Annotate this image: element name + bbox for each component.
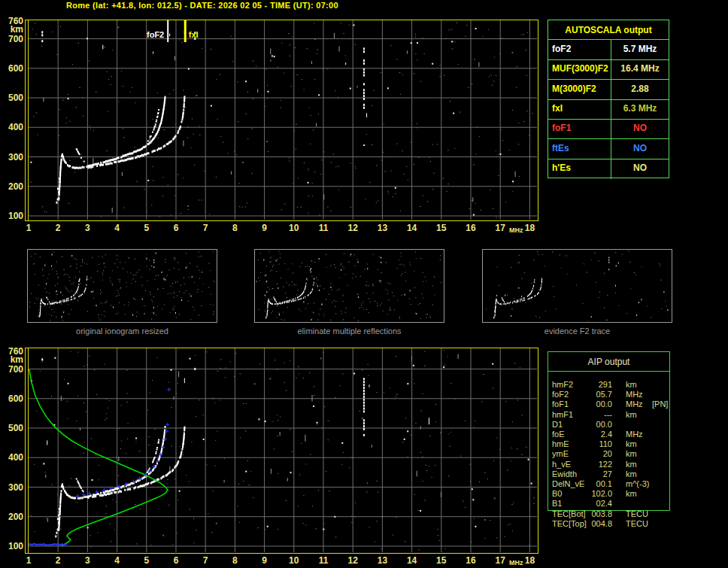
aip-param-unit: km — [626, 439, 637, 449]
svg-text:600: 600 — [8, 393, 23, 404]
aip-param-label: Ewidth — [552, 469, 577, 479]
table-row: TEC[Bot]003.8TECU — [548, 509, 671, 519]
svg-text:17: 17 — [496, 223, 506, 233]
svg-text:200: 200 — [8, 512, 23, 522]
svg-text:12: 12 — [348, 555, 359, 566]
svg-text:16: 16 — [466, 555, 476, 566]
table-row: hmE110km — [548, 439, 671, 449]
aip-param-value: 003.8 — [577, 509, 612, 519]
aip-param-label: foF1 — [552, 399, 569, 409]
svg-text:600: 600 — [8, 63, 23, 74]
svg-text:400: 400 — [8, 452, 23, 463]
svg-text:200: 200 — [8, 181, 23, 192]
svg-text:14: 14 — [407, 223, 417, 233]
svg-text:500: 500 — [8, 423, 23, 433]
svg-text:10: 10 — [289, 223, 299, 233]
svg-text:9: 9 — [262, 223, 267, 233]
aip-param-unit: TECU — [626, 509, 648, 519]
panel-caption-eliminate: eliminate multiple reflections — [254, 327, 444, 336]
table-row: h_vE122km — [548, 460, 671, 469]
aip-param-flag: [PN] — [652, 399, 668, 409]
autoscala-param-label: foF1 — [548, 119, 611, 138]
aip-table-title: AIP output — [548, 352, 669, 372]
table-row: D100.0 — [548, 420, 671, 430]
autoscala-param-value: 2.88 — [611, 80, 669, 99]
table-row: foF1NO — [548, 119, 669, 139]
svg-text:13: 13 — [378, 555, 388, 566]
aip-param-unit: TECU — [626, 519, 648, 529]
autoscala-param-value: NO — [611, 159, 669, 179]
aip-param-label: foF2 — [552, 390, 569, 399]
aip-param-unit: km — [626, 410, 637, 420]
aip-param-value: 05.7 — [577, 390, 612, 399]
svg-text:1: 1 — [26, 555, 32, 566]
aip-param-value: --- — [577, 410, 612, 420]
aip-param-unit: m^(-3) — [626, 479, 649, 489]
table-row: B102.4 — [548, 499, 671, 509]
svg-text:4: 4 — [114, 555, 120, 566]
aip-param-value: 004.8 — [577, 519, 612, 529]
svg-text:MHz: MHz — [509, 559, 523, 566]
svg-text:7: 7 — [203, 223, 208, 233]
aip-param-value: 20 — [577, 449, 612, 459]
svg-text:300: 300 — [8, 152, 23, 163]
aip-param-unit: MHz — [626, 399, 643, 409]
autoscala-param-label: ftEs — [548, 139, 611, 159]
autoscala-param-label: MUF(3000)F2 — [548, 59, 611, 79]
aip-param-unit: km — [626, 469, 637, 479]
table-row: ftEsNO — [548, 139, 669, 159]
aip-param-label: hmF1 — [552, 410, 573, 420]
aip-param-unit: km — [626, 489, 637, 499]
ionogram-top-plot: foF2fxI760km7006005004003002001001234567… — [0, 15, 549, 241]
autoscala-param-value: NO — [611, 119, 669, 138]
aip-param-label: hmF2 — [552, 380, 573, 390]
autoscala-param-label: M(3000)F2 — [548, 80, 611, 99]
svg-text:10: 10 — [289, 555, 299, 566]
table-row: B0102.0km — [548, 489, 671, 499]
table-row: foF100.0MHz[PN] — [548, 399, 671, 409]
svg-text:14: 14 — [407, 555, 417, 566]
svg-text:400: 400 — [8, 122, 23, 132]
svg-text:8: 8 — [232, 223, 238, 233]
svg-text:13: 13 — [378, 223, 388, 233]
table-row: foF205.7MHz — [548, 390, 671, 399]
panel-caption-evidence: evidence F2 trace — [482, 327, 672, 336]
autoscala-param-value: NO — [611, 139, 669, 159]
svg-text:foF2: foF2 — [147, 30, 164, 39]
svg-text:2: 2 — [56, 223, 61, 233]
svg-text:15: 15 — [436, 223, 447, 233]
table-row: TEC[Top]004.8TECU — [548, 519, 671, 529]
aip-param-value: 110 — [577, 439, 612, 449]
svg-text:9: 9 — [262, 555, 267, 566]
ionogram-bottom-plot: 760km70060050040030020010012345678910111… — [0, 343, 549, 568]
aip-param-value: 00.0 — [577, 399, 612, 409]
aip-param-value: 2.4 — [577, 430, 612, 439]
autoscala-screen: Rome (lat: +41.8, lon: 012.5) - DATE: 20… — [0, 0, 728, 568]
panel-original-ionogram — [27, 249, 217, 323]
autoscala-param-label: h'Es — [548, 159, 611, 179]
panel-evidence-f2-trace — [482, 249, 672, 323]
table-row: ymE20km — [548, 449, 671, 459]
svg-text:18: 18 — [525, 555, 535, 566]
svg-text:7: 7 — [203, 555, 208, 566]
svg-text:5: 5 — [144, 555, 149, 566]
table-row: DelN_vE00.1m^(-3) — [548, 479, 671, 489]
panel-eliminate-reflections — [254, 249, 444, 323]
table-row: foE2.4MHz — [548, 430, 671, 439]
aip-param-label: h_vE — [552, 460, 571, 469]
table-row: M(3000)F22.88 — [548, 80, 669, 100]
svg-text:16: 16 — [466, 223, 476, 233]
svg-text:1: 1 — [26, 223, 32, 233]
autoscala-param-value: 16.4 MHz — [611, 59, 669, 79]
svg-text:300: 300 — [8, 482, 23, 493]
table-row: h'EsNO — [548, 159, 669, 179]
aip-param-label: D1 — [552, 420, 563, 430]
table-row: hmF2291km — [548, 380, 671, 390]
svg-text:5: 5 — [144, 223, 149, 233]
svg-text:6: 6 — [174, 555, 179, 566]
aip-param-label: foE — [552, 430, 565, 439]
svg-text:2: 2 — [56, 555, 61, 566]
svg-text:15: 15 — [436, 555, 447, 566]
svg-text:17: 17 — [496, 555, 506, 566]
aip-param-value: 00.1 — [577, 479, 612, 489]
